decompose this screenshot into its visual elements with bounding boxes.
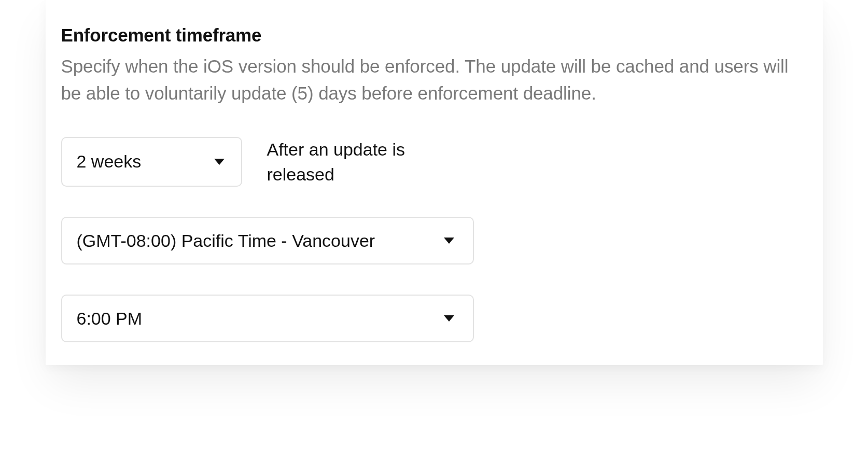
timezone-select[interactable]: (GMT-08:00) Pacific Time - Vancouver [61, 217, 474, 264]
duration-select-value: 2 weeks [62, 151, 142, 172]
timezone-select-value: (GMT-08:00) Pacific Time - Vancouver [62, 231, 375, 251]
time-select-value: 6:00 PM [62, 309, 143, 329]
after-release-label: After an update is released [267, 137, 443, 187]
time-select[interactable]: 6:00 PM [61, 295, 474, 342]
duration-select[interactable]: 2 weeks [61, 137, 242, 187]
section-title: Enforcement timeframe [61, 25, 807, 46]
chevron-down-icon [444, 315, 473, 322]
chevron-down-icon [214, 159, 241, 165]
duration-row: 2 weeks After an update is released [61, 137, 807, 187]
chevron-down-icon [444, 238, 473, 244]
section-description: Specify when the iOS version should be e… [61, 53, 797, 107]
enforcement-timeframe-card: Enforcement timeframe Specify when the i… [46, 0, 823, 365]
